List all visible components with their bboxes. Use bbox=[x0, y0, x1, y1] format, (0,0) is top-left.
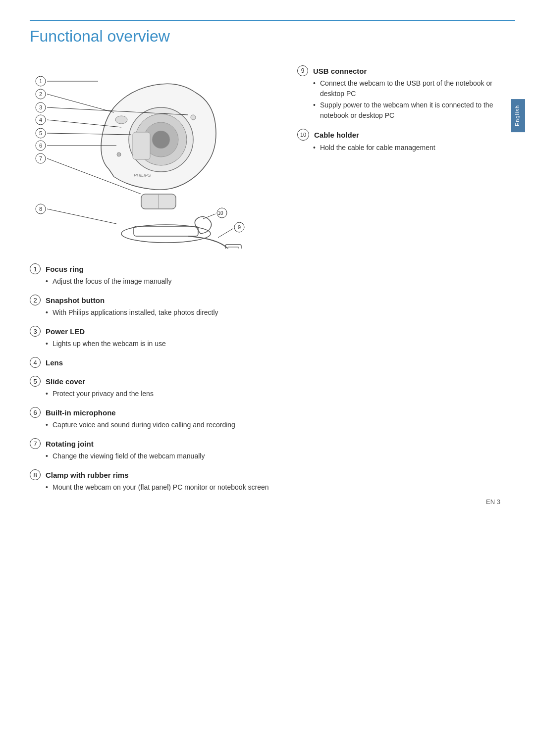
svg-text:8: 8 bbox=[39, 206, 42, 212]
item-9: 9 USB connector Connect the webcam to th… bbox=[297, 65, 515, 121]
svg-rect-8 bbox=[133, 132, 150, 159]
svg-rect-1 bbox=[134, 226, 198, 236]
item-5-title: Slide cover bbox=[46, 377, 85, 386]
item-7: 7 Rotating joint Change the viewing fiel… bbox=[30, 438, 277, 461]
items-list-right: 9 USB connector Connect the webcam to th… bbox=[297, 65, 515, 153]
item-2: 2 Snapshot button With Philips applicati… bbox=[30, 295, 277, 318]
item-6-desc: Capture voice and sound during video cal… bbox=[30, 420, 277, 430]
item-1-number: 1 bbox=[30, 263, 41, 274]
svg-text:4: 4 bbox=[39, 117, 42, 123]
item-10-desc: Hold the cable for cable management bbox=[297, 143, 515, 153]
svg-point-0 bbox=[121, 225, 211, 243]
webcam-diagram: PHILIPS 1 bbox=[30, 60, 258, 249]
svg-line-18 bbox=[47, 94, 114, 112]
item-1-desc: Adjust the focus of the image manually bbox=[30, 276, 277, 287]
item-3-desc-0: Lights up when the webcam is in use bbox=[46, 339, 277, 349]
svg-point-14 bbox=[115, 116, 127, 124]
item-3-title: Power LED bbox=[46, 327, 85, 336]
item-4: 4 Lens bbox=[30, 357, 277, 368]
svg-point-7 bbox=[152, 131, 170, 149]
svg-point-9 bbox=[191, 115, 196, 120]
svg-point-13 bbox=[117, 152, 121, 156]
item-10-title: Cable holder bbox=[314, 131, 359, 139]
item-10-number: 10 bbox=[297, 129, 309, 141]
item-7-number: 7 bbox=[30, 438, 41, 449]
item-5-number: 5 bbox=[30, 376, 41, 387]
svg-text:2: 2 bbox=[39, 91, 42, 97]
item-1: 1 Focus ring Adjust the focus of the ima… bbox=[30, 263, 277, 287]
item-9-desc-0: Connect the webcam to the USB port of th… bbox=[313, 78, 515, 99]
item-10: 10 Cable holder Hold the cable for cable… bbox=[297, 129, 515, 153]
svg-rect-3 bbox=[228, 247, 239, 249]
item-8: 8 Clamp with rubber rims Mount the webca… bbox=[30, 469, 277, 493]
item-2-number: 2 bbox=[30, 295, 41, 305]
item-4-number: 4 bbox=[30, 357, 41, 368]
item-10-desc-0: Hold the cable for cable management bbox=[313, 143, 515, 153]
item-7-desc-0: Change the viewing field of the webcam m… bbox=[46, 451, 277, 461]
item-6-number: 6 bbox=[30, 407, 41, 418]
item-9-title: USB connector bbox=[313, 67, 367, 75]
item-8-number: 8 bbox=[30, 469, 41, 480]
item-9-desc: Connect the webcam to the USB port of th… bbox=[297, 78, 515, 121]
left-column: PHILIPS 1 bbox=[30, 60, 277, 501]
right-column: 9 USB connector Connect the webcam to th… bbox=[297, 60, 515, 501]
item-9-desc-1: Supply power to the webcam when it is co… bbox=[313, 100, 515, 121]
item-3: 3 Power LED Lights up when the webcam is… bbox=[30, 326, 277, 349]
item-1-title: Focus ring bbox=[46, 265, 84, 273]
svg-text:PHILIPS: PHILIPS bbox=[134, 173, 151, 178]
svg-text:6: 6 bbox=[39, 143, 42, 149]
page-footer: EN 3 bbox=[486, 498, 500, 505]
item-2-desc: With Philips applications installed, tak… bbox=[30, 307, 277, 318]
diagram-area: PHILIPS 1 bbox=[30, 60, 258, 249]
item-7-desc: Change the viewing field of the webcam m… bbox=[30, 451, 277, 461]
item-6-title: Built-in microphone bbox=[46, 408, 116, 417]
svg-line-42 bbox=[218, 229, 233, 238]
item-3-number: 3 bbox=[30, 326, 41, 337]
svg-line-36 bbox=[47, 209, 116, 224]
svg-text:10: 10 bbox=[217, 210, 223, 216]
item-6-desc-0: Capture voice and sound during video cal… bbox=[46, 420, 277, 430]
item-1-desc-0: Adjust the focus of the image manually bbox=[46, 276, 277, 287]
item-5: 5 Slide cover Protect your privacy and t… bbox=[30, 376, 277, 399]
page-title: Functional overview bbox=[30, 20, 515, 46]
item-4-title: Lens bbox=[46, 358, 63, 367]
svg-text:5: 5 bbox=[39, 130, 42, 136]
item-3-desc: Lights up when the webcam is in use bbox=[30, 339, 277, 349]
item-8-desc-0: Mount the webcam on your (flat panel) PC… bbox=[46, 482, 277, 493]
item-8-title: Clamp with rubber rims bbox=[46, 471, 129, 479]
item-2-desc-0: With Philips applications installed, tak… bbox=[46, 307, 277, 318]
svg-text:3: 3 bbox=[39, 104, 42, 110]
item-6: 6 Built-in microphone Capture voice and … bbox=[30, 407, 277, 430]
item-9-number: 9 bbox=[297, 65, 308, 76]
svg-line-39 bbox=[203, 214, 215, 219]
item-5-desc-0: Protect your privacy and the lens bbox=[46, 389, 277, 399]
svg-text:9: 9 bbox=[238, 224, 241, 230]
svg-text:7: 7 bbox=[39, 155, 42, 161]
item-5-desc: Protect your privacy and the lens bbox=[30, 389, 277, 399]
item-2-title: Snapshot button bbox=[46, 296, 105, 304]
items-list-left: 1 Focus ring Adjust the focus of the ima… bbox=[30, 263, 277, 493]
item-7-title: Rotating joint bbox=[46, 440, 94, 448]
svg-text:1: 1 bbox=[39, 78, 42, 84]
item-8-desc: Mount the webcam on your (flat panel) PC… bbox=[30, 482, 277, 493]
